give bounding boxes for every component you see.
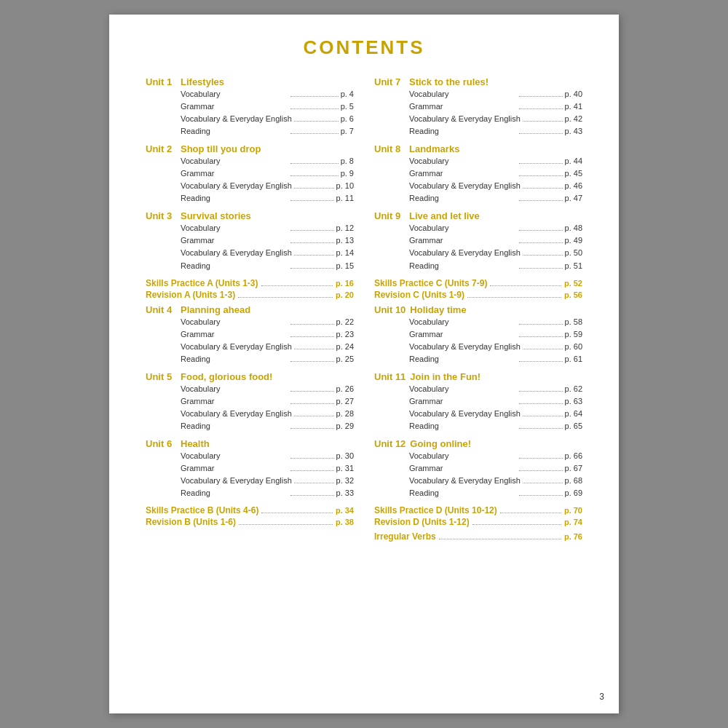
item-page: p. 11 (336, 192, 354, 205)
item-label: Reading (409, 420, 517, 432)
unit-title: Holiday time (410, 304, 466, 315)
item-label: Vocabulary & Everyday English (181, 247, 292, 259)
dots (290, 230, 334, 231)
dots (290, 242, 334, 243)
item-page: p. 12 (336, 222, 354, 234)
unit-items: Vocabularyp. 12Grammarp. 13Vocabulary & … (146, 222, 354, 272)
unit-item: Vocabulary & Everyday Englishp. 10 (181, 180, 354, 192)
item-label: Vocabulary (181, 383, 288, 395)
dots (290, 96, 339, 97)
unit-header: Unit 3Survival stories (146, 210, 354, 221)
dots (290, 470, 334, 471)
unit-item: Grammarp. 31 (181, 462, 354, 475)
skills-label: Skills Practice B (Units 4-6) (146, 505, 258, 515)
revision-label: Revision C (Units 1-9) (374, 290, 464, 300)
unit-item: Readingp. 11 (181, 192, 354, 205)
unit-number: Unit 3 (146, 210, 176, 221)
revision-label: Revision D (Units 1-12) (374, 517, 470, 527)
unit-item: Readingp. 7 (181, 125, 354, 138)
item-label: Vocabulary (181, 316, 288, 328)
unit-item: Readingp. 65 (409, 420, 582, 432)
unit-items: Vocabularyp. 8Grammarp. 9Vocabulary & Ev… (146, 155, 354, 205)
revision-page: p. 20 (336, 290, 354, 299)
item-page: p. 63 (565, 395, 582, 408)
dots (490, 285, 561, 286)
dots (519, 175, 563, 176)
item-label: Vocabulary (409, 383, 517, 395)
item-label: Vocabulary (181, 88, 288, 100)
revision: Revision C (Units 1-9)p. 56 (374, 290, 582, 300)
dots (523, 349, 563, 349)
unit-items: Vocabularyp. 44Grammarp. 45Vocabulary & … (374, 155, 582, 205)
dots (238, 297, 333, 298)
item-label: Vocabulary (409, 155, 517, 167)
item-page: p. 22 (336, 316, 354, 328)
item-page: p. 64 (565, 408, 582, 420)
unit-item: Vocabularyp. 4 (181, 88, 354, 100)
unit-item: Grammarp. 67 (409, 462, 582, 475)
item-page: p. 33 (336, 487, 354, 499)
unit-number: Unit 8 (374, 143, 405, 154)
unit-block: Unit 8LandmarksVocabularyp. 44Grammarp. … (374, 143, 582, 205)
item-page: p. 13 (336, 234, 354, 247)
unit-item: Vocabularyp. 48 (409, 222, 582, 234)
revision-page: p. 56 (564, 290, 582, 299)
unit-title: Health (181, 438, 210, 449)
skills-page: p. 52 (564, 279, 582, 288)
item-label: Vocabulary (409, 222, 517, 234)
item-label: Reading (409, 192, 517, 205)
unit-title: Food, glorious food! (181, 371, 272, 382)
dots (519, 108, 563, 109)
unit-title: Landmarks (409, 143, 459, 154)
unit-item: Vocabularyp. 12 (181, 222, 354, 234)
dots (294, 483, 334, 483)
item-label: Grammar (181, 395, 288, 408)
unit-number: Unit 10 (374, 304, 405, 315)
unit-block: Unit 1LifestylesVocabularyp. 4Grammarp. … (146, 76, 354, 138)
item-label: Reading (181, 487, 288, 499)
item-label: Reading (181, 192, 288, 205)
dots (290, 391, 334, 392)
revision: Revision A (Units 1-3)p. 20 (146, 290, 354, 300)
item-page: p. 69 (565, 487, 582, 499)
item-label: Reading (181, 260, 288, 272)
unit-item: Grammarp. 49 (409, 234, 582, 247)
item-label: Vocabulary & Everyday English (409, 113, 521, 125)
unit-item: Readingp. 69 (409, 487, 582, 499)
unit-header: Unit 12Going online! (374, 438, 582, 449)
item-page: p. 5 (341, 100, 354, 113)
item-label: Vocabulary & Everyday English (409, 341, 521, 353)
unit-item: Vocabularyp. 8 (181, 155, 354, 167)
unit-items: Vocabularyp. 40Grammarp. 41Vocabulary & … (374, 88, 582, 138)
unit-item: Vocabularyp. 30 (181, 450, 354, 462)
item-label: Vocabulary & Everyday English (181, 180, 292, 192)
dots (294, 255, 334, 256)
item-label: Grammar (409, 328, 517, 341)
page-number: 3 (599, 692, 604, 702)
item-page: p. 67 (565, 462, 582, 475)
dots (519, 268, 563, 269)
dots (519, 133, 563, 134)
unit-number: Unit 4 (146, 304, 176, 315)
item-page: p. 41 (565, 100, 582, 113)
item-page: p. 47 (565, 192, 582, 205)
dots (472, 524, 561, 525)
unit-item: Grammarp. 5 (181, 100, 354, 113)
item-page: p. 40 (565, 88, 582, 100)
dots (290, 428, 334, 429)
unit-header: Unit 5Food, glorious food! (146, 371, 354, 382)
item-page: p. 15 (336, 260, 354, 272)
item-page: p. 45 (565, 167, 582, 180)
item-page: p. 14 (336, 247, 354, 259)
item-label: Vocabulary & Everyday English (409, 247, 521, 259)
dots (519, 96, 563, 97)
contents-grid: Unit 1LifestylesVocabularyp. 4Grammarp. … (146, 76, 582, 546)
item-label: Vocabulary (409, 88, 517, 100)
item-page: p. 46 (565, 180, 582, 192)
dots (519, 470, 563, 471)
unit-item: Vocabulary & Everyday Englishp. 64 (409, 408, 582, 420)
unit-items: Vocabularyp. 26Grammarp. 27Vocabulary & … (146, 383, 354, 432)
revision-page: p. 38 (336, 518, 354, 526)
unit-title: Stick to the rules! (409, 76, 488, 87)
unit-item: Readingp. 43 (409, 125, 582, 138)
